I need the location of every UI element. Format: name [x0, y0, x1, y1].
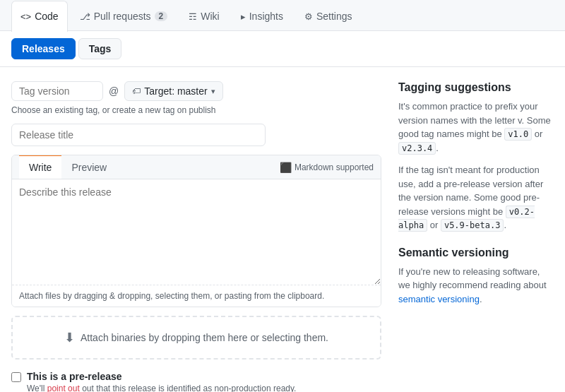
semantic-versioning-section: Semantic versioning If you're new to rel… — [398, 247, 554, 307]
pr-badge: 2 — [155, 11, 168, 21]
insights-icon: ▸ — [241, 11, 246, 22]
target-branch-button[interactable]: 🏷 Target: master ▾ — [124, 81, 222, 101]
tab-insights-label: Insights — [249, 11, 283, 22]
pr-icon: ⎇ — [80, 11, 90, 22]
editor-tab-row: Write Preview ⬛ Markdown supported — [12, 155, 381, 179]
sidebar: Tagging suggestions It's common practice… — [398, 81, 554, 392]
prerelease-title: This is a pre-release — [27, 371, 296, 382]
main-content: @ 🏷 Target: master ▾ Choose an existing … — [0, 67, 565, 392]
semantic-link[interactable]: semantic versioning — [398, 294, 480, 304]
tab-settings[interactable]: ⚙ Settings — [295, 1, 362, 32]
prerelease-section: This is a pre-release We'll point out ou… — [11, 371, 381, 392]
markdown-icon: ⬛ — [280, 162, 292, 173]
tab-settings-label: Settings — [316, 11, 352, 22]
code-icon: <> — [20, 11, 31, 22]
editor-container: Write Preview ⬛ Markdown supported Attac… — [11, 155, 381, 307]
tab-code-label: Code — [35, 11, 58, 22]
semantic-p: If you're new to releasing software, we … — [398, 265, 554, 307]
markdown-hint: ⬛ Markdown supported — [280, 162, 374, 173]
tab-pr-label: Pull requests — [94, 11, 151, 22]
tab-wiki-label: Wiki — [201, 11, 219, 22]
wiki-icon: ☶ — [189, 11, 197, 22]
target-icon: 🏷 — [132, 86, 141, 96]
attach-binaries-zone[interactable]: ⬇ Attach binaries by dropping them here … — [11, 316, 381, 360]
attach-icon: ⬇ — [64, 330, 75, 345]
prerelease-highlight: point out — [47, 384, 80, 392]
tab-insights[interactable]: ▸ Insights — [232, 1, 292, 32]
settings-icon: ⚙ — [304, 11, 313, 22]
tagging-code4: v5.9-beta.3 — [441, 219, 504, 232]
semantic-title: Semantic versioning — [398, 247, 554, 259]
tags-button[interactable]: Tags — [78, 38, 122, 59]
preview-tab[interactable]: Preview — [61, 155, 117, 179]
tag-hint: Choose an existing tag, or create a new … — [11, 105, 381, 115]
releases-button[interactable]: Releases — [11, 38, 76, 59]
dropdown-icon: ▾ — [211, 87, 215, 96]
tagging-code2: v2.3.4 — [398, 142, 436, 155]
release-form: @ 🏷 Target: master ▾ Choose an existing … — [11, 81, 381, 392]
top-nav: <> Code ⎇ Pull requests 2 ☶ Wiki ▸ Insig… — [0, 0, 565, 31]
tagging-p1: It's common practice to prefix your vers… — [398, 100, 554, 155]
tagging-p2: If the tag isn't meant for production us… — [398, 163, 554, 232]
attach-hint: Attach files by dragging & dropping, sel… — [12, 285, 381, 307]
tagging-code1: v1.0 — [504, 128, 532, 141]
tab-pull-requests[interactable]: ⎇ Pull requests 2 — [71, 1, 177, 32]
tab-wiki[interactable]: ☶ Wiki — [179, 1, 228, 32]
target-label: Target: master — [144, 85, 207, 97]
prerelease-checkbox[interactable] — [11, 372, 21, 382]
sub-nav: Releases Tags — [0, 31, 565, 67]
attach-binaries-label: Attach binaries by dropping them here or… — [81, 332, 328, 343]
tagging-suggestions-section: Tagging suggestions It's common practice… — [398, 81, 554, 232]
release-title-input[interactable] — [11, 124, 266, 146]
tag-version-input[interactable] — [11, 81, 103, 101]
release-description-textarea[interactable] — [12, 179, 381, 285]
tab-code[interactable]: <> Code — [11, 1, 68, 32]
tagging-title: Tagging suggestions — [398, 81, 554, 94]
markdown-label: Markdown supported — [295, 162, 374, 172]
tag-row: @ 🏷 Target: master ▾ — [11, 81, 381, 101]
editor-tabs-left: Write Preview — [19, 155, 117, 179]
prerelease-desc: We'll point out out that this release is… — [27, 384, 296, 392]
at-symbol: @ — [109, 85, 119, 97]
write-tab[interactable]: Write — [19, 155, 61, 179]
prerelease-label-block: This is a pre-release We'll point out ou… — [27, 371, 296, 392]
